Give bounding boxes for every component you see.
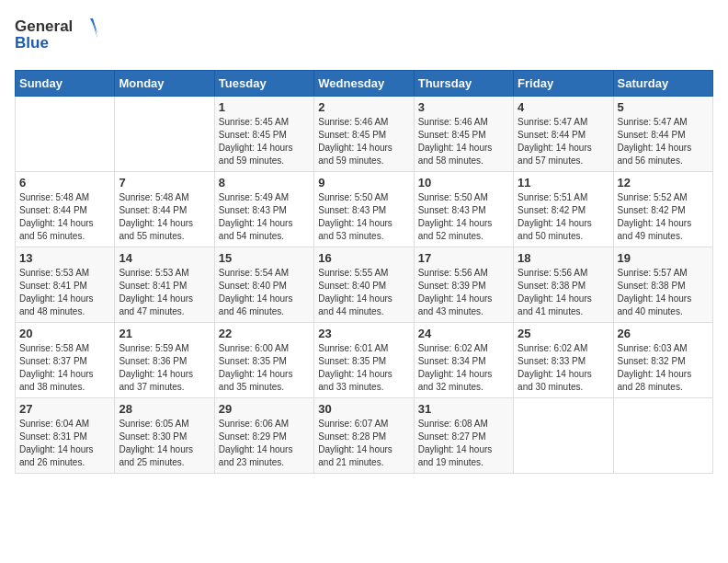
day-info: Sunrise: 5:53 AM Sunset: 8:41 PM Dayligh… — [19, 267, 110, 318]
day-cell: 28Sunrise: 6:05 AM Sunset: 8:30 PM Dayli… — [115, 398, 214, 474]
day-cell: 14Sunrise: 5:53 AM Sunset: 8:41 PM Dayli… — [115, 247, 214, 323]
day-number: 14 — [119, 251, 210, 265]
day-info: Sunrise: 5:53 AM Sunset: 8:41 PM Dayligh… — [119, 267, 210, 318]
day-cell: 3Sunrise: 5:46 AM Sunset: 8:45 PM Daylig… — [414, 97, 513, 172]
day-number: 28 — [119, 402, 210, 416]
day-cell: 30Sunrise: 6:07 AM Sunset: 8:28 PM Dayli… — [314, 398, 414, 474]
day-cell: 18Sunrise: 5:56 AM Sunset: 8:38 PM Dayli… — [514, 247, 613, 323]
day-number: 3 — [418, 100, 509, 114]
day-info: Sunrise: 6:06 AM Sunset: 8:29 PM Dayligh… — [219, 418, 310, 469]
day-info: Sunrise: 5:56 AM Sunset: 8:38 PM Dayligh… — [518, 267, 609, 318]
week-row-2: 13Sunrise: 5:53 AM Sunset: 8:41 PM Dayli… — [16, 247, 713, 323]
day-info: Sunrise: 6:02 AM Sunset: 8:33 PM Dayligh… — [518, 342, 609, 394]
day-cell: 16Sunrise: 5:55 AM Sunset: 8:40 PM Dayli… — [314, 247, 414, 323]
day-number: 9 — [318, 176, 409, 190]
day-cell: 31Sunrise: 6:08 AM Sunset: 8:27 PM Dayli… — [414, 398, 513, 474]
day-info: Sunrise: 6:02 AM Sunset: 8:34 PM Dayligh… — [418, 342, 509, 394]
day-cell: 10Sunrise: 5:50 AM Sunset: 8:43 PM Dayli… — [414, 172, 513, 247]
day-number: 18 — [518, 251, 609, 265]
day-info: Sunrise: 5:47 AM Sunset: 8:44 PM Dayligh… — [518, 116, 609, 167]
day-number: 8 — [219, 176, 310, 190]
day-info: Sunrise: 5:46 AM Sunset: 8:45 PM Dayligh… — [418, 116, 509, 167]
day-cell — [16, 97, 115, 172]
day-number: 4 — [518, 100, 609, 114]
day-info: Sunrise: 5:51 AM Sunset: 8:42 PM Dayligh… — [518, 191, 609, 243]
day-number: 23 — [318, 327, 409, 340]
day-number: 20 — [19, 327, 110, 340]
day-info: Sunrise: 5:50 AM Sunset: 8:43 PM Dayligh… — [418, 191, 509, 243]
week-row-4: 27Sunrise: 6:04 AM Sunset: 8:31 PM Dayli… — [16, 398, 713, 474]
day-info: Sunrise: 5:50 AM Sunset: 8:43 PM Dayligh… — [318, 191, 409, 243]
header-day-thursday: Thursday — [414, 71, 513, 97]
day-cell: 20Sunrise: 5:58 AM Sunset: 8:37 PM Dayli… — [16, 323, 115, 398]
day-info: Sunrise: 5:45 AM Sunset: 8:45 PM Dayligh… — [219, 116, 310, 167]
day-info: Sunrise: 5:59 AM Sunset: 8:36 PM Dayligh… — [119, 342, 210, 394]
day-cell: 12Sunrise: 5:52 AM Sunset: 8:42 PM Dayli… — [613, 172, 712, 247]
day-cell: 5Sunrise: 5:47 AM Sunset: 8:44 PM Daylig… — [613, 97, 712, 172]
day-info: Sunrise: 5:48 AM Sunset: 8:44 PM Dayligh… — [119, 191, 210, 243]
day-cell: 13Sunrise: 5:53 AM Sunset: 8:41 PM Dayli… — [16, 247, 115, 323]
day-cell — [115, 97, 214, 172]
day-cell: 9Sunrise: 5:50 AM Sunset: 8:43 PM Daylig… — [314, 172, 414, 247]
day-number: 27 — [19, 402, 110, 416]
day-number: 12 — [618, 176, 709, 190]
calendar-body: 1Sunrise: 5:45 AM Sunset: 8:45 PM Daylig… — [16, 97, 713, 474]
week-row-3: 20Sunrise: 5:58 AM Sunset: 8:37 PM Dayli… — [16, 323, 713, 398]
day-cell: 29Sunrise: 6:06 AM Sunset: 8:29 PM Dayli… — [214, 398, 313, 474]
day-cell — [514, 398, 613, 474]
day-info: Sunrise: 6:04 AM Sunset: 8:31 PM Dayligh… — [19, 418, 110, 469]
day-cell: 24Sunrise: 6:02 AM Sunset: 8:34 PM Dayli… — [414, 323, 513, 398]
day-cell: 1Sunrise: 5:45 AM Sunset: 8:45 PM Daylig… — [214, 97, 313, 172]
day-info: Sunrise: 6:07 AM Sunset: 8:28 PM Dayligh… — [318, 418, 409, 469]
day-info: Sunrise: 5:56 AM Sunset: 8:39 PM Dayligh… — [418, 267, 509, 318]
day-info: Sunrise: 6:03 AM Sunset: 8:32 PM Dayligh… — [618, 342, 709, 394]
day-number: 19 — [618, 251, 709, 265]
day-cell: 19Sunrise: 5:57 AM Sunset: 8:38 PM Dayli… — [613, 247, 712, 323]
day-number: 7 — [119, 176, 210, 190]
day-info: Sunrise: 5:55 AM Sunset: 8:40 PM Dayligh… — [318, 267, 409, 318]
day-number: 25 — [518, 327, 609, 340]
day-cell: 4Sunrise: 5:47 AM Sunset: 8:44 PM Daylig… — [514, 97, 613, 172]
day-number: 1 — [219, 100, 310, 114]
day-number: 21 — [119, 327, 210, 340]
day-cell: 22Sunrise: 6:00 AM Sunset: 8:35 PM Dayli… — [214, 323, 313, 398]
day-cell: 21Sunrise: 5:59 AM Sunset: 8:36 PM Dayli… — [115, 323, 214, 398]
logo: General Blue — [15, 15, 97, 59]
day-number: 15 — [219, 251, 310, 265]
day-cell: 15Sunrise: 5:54 AM Sunset: 8:40 PM Dayli… — [214, 247, 313, 323]
day-info: Sunrise: 6:00 AM Sunset: 8:35 PM Dayligh… — [219, 342, 310, 394]
day-info: Sunrise: 5:49 AM Sunset: 8:43 PM Dayligh… — [219, 191, 310, 243]
day-cell: 2Sunrise: 5:46 AM Sunset: 8:45 PM Daylig… — [314, 97, 414, 172]
header-day-friday: Friday — [514, 71, 613, 97]
day-number: 2 — [318, 100, 409, 114]
day-number: 24 — [418, 327, 509, 340]
day-cell — [613, 398, 712, 474]
day-number: 10 — [418, 176, 509, 190]
svg-text:Blue: Blue — [15, 34, 49, 52]
calendar-table: SundayMondayTuesdayWednesdayThursdayFrid… — [15, 70, 713, 474]
day-number: 22 — [219, 327, 310, 340]
header-row: SundayMondayTuesdayWednesdayThursdayFrid… — [16, 71, 713, 97]
day-cell: 6Sunrise: 5:48 AM Sunset: 8:44 PM Daylig… — [16, 172, 115, 247]
day-number: 26 — [618, 327, 709, 340]
day-cell: 17Sunrise: 5:56 AM Sunset: 8:39 PM Dayli… — [414, 247, 513, 323]
day-cell: 27Sunrise: 6:04 AM Sunset: 8:31 PM Dayli… — [16, 398, 115, 474]
header-day-sunday: Sunday — [16, 71, 115, 97]
week-row-1: 6Sunrise: 5:48 AM Sunset: 8:44 PM Daylig… — [16, 172, 713, 247]
calendar-header: SundayMondayTuesdayWednesdayThursdayFrid… — [16, 71, 713, 97]
header: General Blue — [15, 15, 713, 59]
header-day-tuesday: Tuesday — [214, 71, 313, 97]
day-info: Sunrise: 6:08 AM Sunset: 8:27 PM Dayligh… — [418, 418, 509, 469]
week-row-0: 1Sunrise: 5:45 AM Sunset: 8:45 PM Daylig… — [16, 97, 713, 172]
day-number: 13 — [19, 251, 110, 265]
header-day-saturday: Saturday — [613, 71, 712, 97]
day-info: Sunrise: 6:05 AM Sunset: 8:30 PM Dayligh… — [119, 418, 210, 469]
day-number: 16 — [318, 251, 409, 265]
day-cell: 25Sunrise: 6:02 AM Sunset: 8:33 PM Dayli… — [514, 323, 613, 398]
day-info: Sunrise: 5:48 AM Sunset: 8:44 PM Dayligh… — [19, 191, 110, 243]
day-number: 6 — [19, 176, 110, 190]
day-number: 17 — [418, 251, 509, 265]
day-cell: 26Sunrise: 6:03 AM Sunset: 8:32 PM Dayli… — [613, 323, 712, 398]
logo-svg: General Blue — [15, 15, 97, 59]
day-cell: 23Sunrise: 6:01 AM Sunset: 8:35 PM Dayli… — [314, 323, 414, 398]
